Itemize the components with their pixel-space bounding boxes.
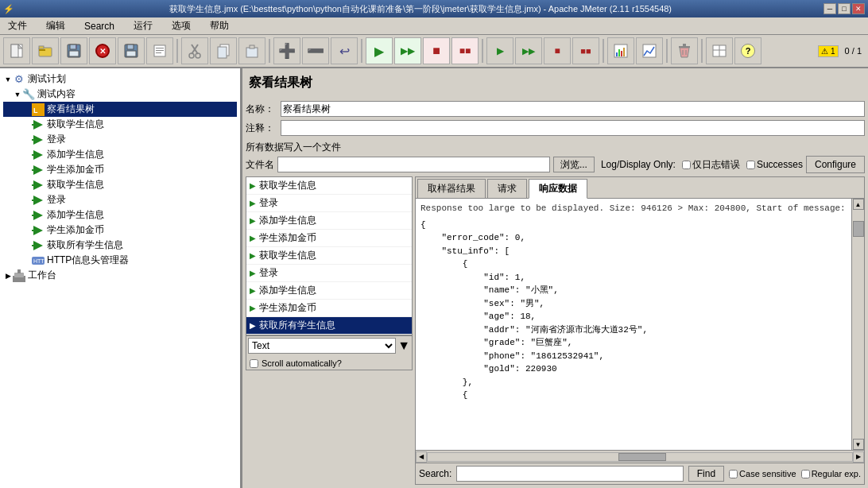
toolbar-remote-stop[interactable]: ■ <box>544 37 571 64</box>
toolbar-shutdown[interactable]: ■■ <box>451 37 479 64</box>
toolbar-save[interactable] <box>60 37 87 64</box>
success-icon: ▶ <box>250 321 256 330</box>
tree-item-login[interactable]: 登录 <box>3 132 237 147</box>
list-item-label: 添加学生信息 <box>259 284 316 297</box>
toolbar-remote-start-all[interactable]: ▶▶ <box>515 37 542 64</box>
tree-item-add-gold2[interactable]: 学生添加金币 <box>3 223 237 238</box>
toolbar-undo[interactable]: ↩ <box>331 37 358 64</box>
toolbar-remote-stop-all[interactable]: ■■ <box>572 37 599 64</box>
toolbar-expand[interactable]: ➕ <box>273 37 300 64</box>
toolbar-new[interactable] <box>3 37 30 64</box>
tree-item-add-student[interactable]: 添加学生信息 <box>3 147 237 162</box>
successes-checkbox[interactable] <box>746 161 755 169</box>
tree-item-http-mgr[interactable]: HTTP HTTP信息头管理器 <box>3 253 237 268</box>
error-only-label: 仅日志错误 <box>692 158 740 172</box>
toolbar-help[interactable]: ? <box>734 37 761 64</box>
toolbar-stop[interactable]: ■ <box>423 37 450 64</box>
tab-response-data[interactable]: 响应数据 <box>529 179 587 199</box>
dropdown-arrow[interactable]: ▼ <box>397 339 410 353</box>
maximize-button[interactable]: □ <box>838 3 851 14</box>
configure-button[interactable]: Configure <box>806 156 865 173</box>
scroll-thumb[interactable] <box>853 221 864 237</box>
list-item[interactable]: ▶ 学生添加金币 <box>246 230 412 247</box>
tree-item-add-gold[interactable]: 学生添加金币 <box>3 162 237 177</box>
list-item-selected[interactable]: ▶ 获取所有学生信息 <box>246 317 412 335</box>
tree-label: 学生添加金币 <box>47 163 104 176</box>
case-sensitive-checkbox[interactable] <box>729 470 738 478</box>
list-item[interactable]: ▶ 获取学生信息 <box>246 247 412 265</box>
toolbar-clear-all[interactable] <box>671 37 698 64</box>
scroll-auto-checkbox[interactable] <box>250 359 258 368</box>
expand-icon[interactable]: ▼ <box>13 91 22 99</box>
expand-icon[interactable]: ▶ <box>3 272 13 280</box>
file-input[interactable] <box>277 157 550 172</box>
workbench-icon <box>13 269 25 282</box>
search-input[interactable] <box>456 466 683 482</box>
main-container: ▼ ⚙ 测试计划 ▼ 🔧 测试内容 L 察看结果树 <box>0 68 868 488</box>
tree-label: 登录 <box>47 133 66 146</box>
tree-item-get-student[interactable]: 获取学生信息 <box>3 117 237 132</box>
toolbar-paste[interactable] <box>238 37 265 64</box>
sampler-icon <box>32 118 45 131</box>
toolbar-copy[interactable] <box>210 37 237 64</box>
comment-input[interactable] <box>281 120 865 136</box>
display-dropdown[interactable]: Text <box>248 338 396 354</box>
toolbar-remote-start[interactable]: ▶ <box>486 37 513 64</box>
tree-item-test-plan[interactable]: ▼ ⚙ 测试计划 <box>3 72 237 87</box>
menu-search[interactable]: Search <box>79 19 119 33</box>
sampler-icon <box>32 179 45 192</box>
toolbar-cut[interactable] <box>181 37 208 64</box>
minimize-button[interactable]: ─ <box>823 3 836 14</box>
toolbar-stop-red[interactable]: ✕ <box>89 37 116 64</box>
scroll-down-arrow[interactable]: ▼ <box>853 439 864 450</box>
scroll-right-arrow[interactable]: ▶ <box>853 451 864 463</box>
close-button[interactable]: ✕ <box>852 3 865 14</box>
toolbar-collapse[interactable]: ➖ <box>302 37 329 64</box>
expand-icon[interactable]: ▼ <box>3 76 13 83</box>
list-item[interactable]: ▶ 添加学生信息 <box>246 282 412 300</box>
test-icon: 🔧 <box>22 88 35 101</box>
tree-label: 添加学生信息 <box>47 148 104 161</box>
toolbar-list[interactable] <box>706 37 733 64</box>
regex-checkbox[interactable] <box>801 470 810 478</box>
menu-edit[interactable]: 编辑 <box>41 17 70 34</box>
tree-item-login2[interactable]: 登录 <box>3 192 237 207</box>
tree-item-workbench[interactable]: ▶ 工作台 <box>3 268 237 283</box>
menu-help[interactable]: 帮助 <box>205 17 234 34</box>
toolbar-summary[interactable] <box>607 37 634 64</box>
list-item[interactable]: ▶ 添加学生信息 <box>246 212 412 230</box>
list-item[interactable]: ▶ 登录 <box>246 265 412 282</box>
error-only-checkbox[interactable] <box>682 161 691 169</box>
tree-item-view-results[interactable]: L 察看结果树 <box>3 102 237 117</box>
toolbar-save2[interactable] <box>118 37 145 64</box>
response-line: }, <box>420 376 847 389</box>
toolbar-open[interactable] <box>32 37 59 64</box>
tree-item-add-student2[interactable]: 添加学生信息 <box>3 207 237 223</box>
toolbar-report[interactable] <box>146 37 173 64</box>
list-item[interactable]: ▶ 获取学生信息 <box>246 177 412 195</box>
tree-label: 登录 <box>47 193 66 207</box>
name-input[interactable] <box>281 101 865 117</box>
list-item[interactable]: ▶ 学生添加金币 <box>246 300 412 317</box>
tab-request[interactable]: 请求 <box>487 179 527 198</box>
menu-options[interactable]: 选项 <box>167 17 196 34</box>
tree-item-test-content[interactable]: ▼ 🔧 测试内容 <box>3 87 237 102</box>
menu-file[interactable]: 文件 <box>3 17 32 34</box>
list-item-label: 学生添加金币 <box>259 301 316 315</box>
toolbar-graph[interactable] <box>636 37 663 64</box>
tree-item-get-all[interactable]: 获取所有学生信息 <box>3 238 237 253</box>
tab-sampler-result[interactable]: 取样器结果 <box>417 179 486 198</box>
toolbar: ✕ ➕ ➖ ↩ ▶ ▶▶ ■ ■■ ▶ ▶▶ <box>0 35 868 68</box>
scroll-left-arrow[interactable]: ◀ <box>416 451 427 463</box>
scroll-up-arrow[interactable]: ▲ <box>853 199 864 210</box>
menu-run[interactable]: 运行 <box>129 17 157 34</box>
toolbar-sep3 <box>361 39 362 63</box>
list-item[interactable]: ▶ 登录 <box>246 195 412 212</box>
h-scroll-thumb[interactable] <box>618 453 666 461</box>
toolbar-run[interactable]: ▶ <box>366 37 393 64</box>
svg-rect-31 <box>679 46 690 48</box>
tree-item-get-student2[interactable]: 获取学生信息 <box>3 177 237 192</box>
toolbar-run-no-pause[interactable]: ▶▶ <box>394 37 421 64</box>
find-button[interactable]: Find <box>688 466 724 482</box>
browse-button[interactable]: 浏览... <box>553 157 595 172</box>
